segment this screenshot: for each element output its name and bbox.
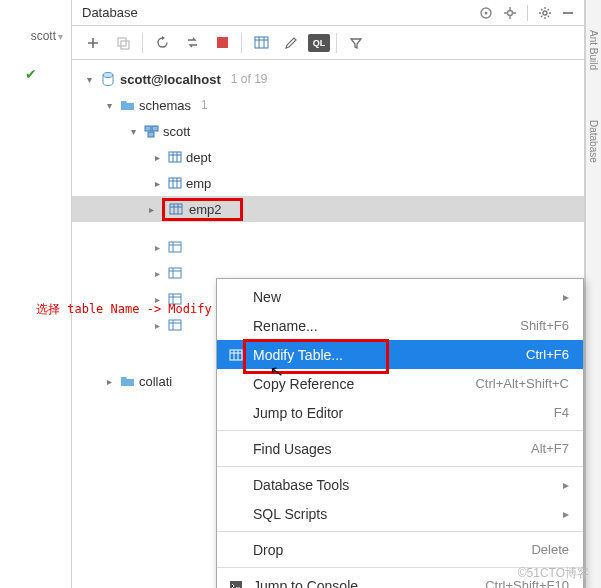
- menu-jump-editor[interactable]: • Jump to Editor F4: [217, 398, 583, 427]
- table-label: dept: [186, 150, 211, 165]
- table-view-button[interactable]: [248, 30, 274, 56]
- tree-connection[interactable]: ▾ scott@localhost 1 of 19: [78, 66, 584, 92]
- chevron-down-icon[interactable]: ▾: [126, 126, 140, 137]
- sync-button[interactable]: [179, 30, 205, 56]
- svg-rect-14: [170, 204, 182, 214]
- menu-sql-scripts[interactable]: • SQL Scripts ▸: [217, 499, 583, 528]
- context-menu: • New ▸ • Rename... Shift+F6 Modify Tabl…: [216, 278, 584, 588]
- schemas-label: schemas: [139, 98, 191, 113]
- chevron-down-icon[interactable]: ▾: [102, 100, 116, 111]
- table-icon: [227, 349, 245, 361]
- edit-button[interactable]: [278, 30, 304, 56]
- connection-meta: 1 of 19: [231, 72, 268, 86]
- target-icon[interactable]: [479, 6, 493, 20]
- tree-table-emp2[interactable]: ▸ emp2: [72, 196, 584, 222]
- tree-schema[interactable]: ▾ scott: [78, 118, 584, 144]
- tree-table-emp[interactable]: ▸ emp: [78, 170, 584, 196]
- gear-icon[interactable]: [538, 6, 552, 20]
- sql-console-button[interactable]: QL: [308, 34, 330, 52]
- chevron-right-icon[interactable]: ▸: [150, 178, 164, 189]
- menu-separator: [217, 430, 583, 431]
- table-icon: [169, 203, 183, 215]
- chevron-right-icon[interactable]: ▸: [150, 268, 164, 279]
- svg-rect-10: [152, 126, 158, 131]
- svg-rect-18: [169, 320, 181, 330]
- rail-tab[interactable]: Ant Build: [588, 30, 599, 70]
- chevron-right-icon: ▸: [563, 478, 569, 492]
- tree-table-dept[interactable]: ▸ dept: [78, 144, 584, 170]
- svg-point-2: [508, 10, 513, 15]
- table-icon: [168, 241, 182, 253]
- schemas-meta: 1: [201, 98, 208, 112]
- toolbar: QL: [72, 26, 584, 60]
- svg-rect-19: [230, 350, 242, 360]
- chevron-right-icon[interactable]: ▸: [144, 204, 158, 215]
- folder-icon: [120, 99, 135, 111]
- stop-button[interactable]: [209, 30, 235, 56]
- menu-rename[interactable]: • Rename... Shift+F6: [217, 311, 583, 340]
- svg-rect-6: [121, 41, 129, 49]
- watermark: ©51CTO博客: [518, 565, 589, 582]
- locate-icon[interactable]: [503, 6, 517, 20]
- menu-database-tools[interactable]: • Database Tools ▸: [217, 470, 583, 499]
- svg-point-1: [485, 11, 488, 14]
- check-icon: ✔: [25, 66, 37, 82]
- table-icon: [168, 319, 182, 331]
- menu-drop[interactable]: • Drop Delete: [217, 535, 583, 564]
- svg-rect-15: [169, 242, 181, 252]
- chevron-down-icon[interactable]: ▾: [82, 74, 96, 85]
- table-label: emp2: [189, 202, 222, 217]
- chevron-right-icon[interactable]: ▸: [150, 320, 164, 331]
- console-icon: [227, 580, 245, 589]
- svg-rect-9: [145, 126, 151, 131]
- svg-rect-20: [230, 581, 242, 589]
- datasource-icon: [100, 71, 116, 87]
- collapse-icon[interactable]: [562, 7, 574, 19]
- right-rail: Ant Build Database: [585, 0, 601, 588]
- chevron-right-icon[interactable]: ▸: [150, 242, 164, 253]
- tree-row-hidden[interactable]: ▸: [78, 234, 584, 260]
- table-icon: [168, 177, 182, 189]
- svg-rect-12: [169, 152, 181, 162]
- panel-titlebar: Database: [72, 0, 584, 26]
- svg-rect-7: [217, 37, 228, 48]
- table-icon: [168, 151, 182, 163]
- chevron-down-icon: ▾: [58, 31, 63, 42]
- svg-rect-13: [169, 178, 181, 188]
- schema-icon: [144, 125, 159, 138]
- collations-label: collati: [139, 374, 172, 389]
- duplicate-button[interactable]: [110, 30, 136, 56]
- menu-separator: [217, 531, 583, 532]
- filter-button[interactable]: [343, 30, 369, 56]
- rail-tab-database[interactable]: Database: [588, 120, 599, 163]
- svg-rect-11: [148, 132, 154, 137]
- menu-separator: [217, 466, 583, 467]
- breadcrumb[interactable]: scott ▾: [25, 28, 71, 44]
- left-gutter: scott ▾ ✔: [0, 0, 72, 588]
- chevron-right-icon[interactable]: ▸: [102, 376, 116, 387]
- panel-title: Database: [82, 5, 138, 20]
- folder-icon: [120, 375, 135, 387]
- menu-find-usages[interactable]: • Find Usages Alt+F7: [217, 434, 583, 463]
- svg-rect-16: [169, 268, 181, 278]
- svg-rect-5: [118, 38, 126, 46]
- connection-label: scott@localhost: [120, 72, 221, 87]
- chevron-right-icon: ▸: [563, 507, 569, 521]
- chevron-right-icon[interactable]: ▸: [150, 152, 164, 163]
- refresh-button[interactable]: [149, 30, 175, 56]
- svg-rect-8: [255, 37, 268, 48]
- breadcrumb-label: scott: [31, 29, 56, 43]
- svg-rect-4: [563, 12, 573, 14]
- schema-label: scott: [163, 124, 190, 139]
- svg-point-3: [543, 11, 547, 15]
- table-label: emp: [186, 176, 211, 191]
- add-button[interactable]: [80, 30, 106, 56]
- table-icon: [168, 267, 182, 279]
- chevron-right-icon: ▸: [563, 290, 569, 304]
- menu-new[interactable]: • New ▸: [217, 282, 583, 311]
- tree-schemas[interactable]: ▾ schemas 1: [78, 92, 584, 118]
